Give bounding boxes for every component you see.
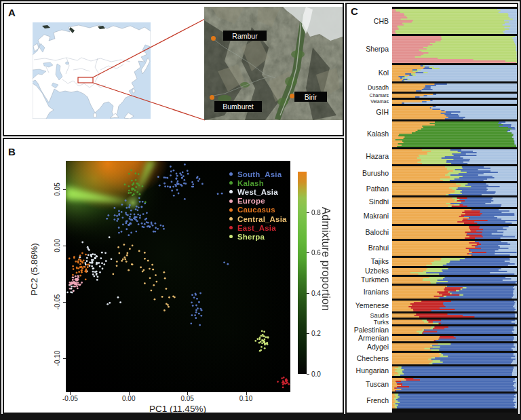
- population-label: Palestinian: [347, 326, 389, 335]
- population-label: Tuscan: [347, 380, 389, 389]
- asia-map: [33, 22, 151, 119]
- panel-b-label: B: [8, 146, 16, 157]
- place-label-rambur: Rambur: [223, 31, 267, 41]
- population-label: Sherpa: [347, 45, 389, 54]
- colorbar-tick-mark: [307, 374, 309, 375]
- pca-legend: South_AsiaKalashWest_AsiaEuropeCaucasusC…: [229, 170, 287, 242]
- panel-a-label: A: [8, 7, 16, 18]
- population-label: Burusho: [347, 169, 389, 178]
- legend-label: South_Asia: [237, 170, 282, 178]
- y-tick-label: -0.05: [54, 294, 61, 310]
- y-tick-label: 0.05: [54, 183, 61, 195]
- colorbar-tick-mark: [307, 333, 309, 334]
- legend-dot: [229, 226, 233, 229]
- population-label: Hazara: [347, 152, 389, 161]
- place-name: Bumburet: [223, 102, 254, 111]
- population-label: Kol: [347, 69, 389, 78]
- population-label: Makrani: [347, 212, 389, 221]
- site-dot-birir: [290, 94, 294, 98]
- colorbar-label: Admixture proportion: [320, 207, 332, 356]
- place-name: Birir: [305, 93, 317, 101]
- colorbar-tick-mark: [307, 252, 309, 253]
- legend-dot: [229, 217, 233, 221]
- site-dot-bumburet: [210, 95, 214, 100]
- site-dot-rambur: [211, 36, 216, 41]
- population-label: GIH: [347, 108, 389, 117]
- legend-label: West_Asia: [237, 188, 278, 196]
- legend-label: Europe: [237, 197, 265, 205]
- population-label: French: [347, 396, 389, 406]
- colorbar-tick-mark: [307, 293, 309, 294]
- legend-label: Sherpa: [237, 233, 265, 241]
- legend-item: Sherpa: [229, 232, 287, 241]
- colorbar-tick-mark: [307, 212, 309, 213]
- legend-item: Caucasus: [229, 206, 287, 214]
- legend-item: East_Asia: [229, 223, 287, 232]
- colorbar-tick-label: 0.0: [311, 370, 321, 378]
- population-label: Velamas: [347, 98, 389, 105]
- y-tick-label: 0.00: [54, 239, 61, 252]
- population-label: Adygei: [347, 343, 389, 352]
- y-tick-mark: [63, 358, 66, 359]
- panel-a-map: A: [3, 3, 344, 136]
- population-label: Brahui: [347, 244, 389, 253]
- legend-dot: [229, 181, 233, 185]
- population-label: Pathan: [347, 185, 389, 194]
- y-tick-mark: [63, 302, 66, 303]
- satellite-inset: Rambur Bumburet Birir: [204, 7, 343, 120]
- legend-item: South_Asia: [229, 170, 287, 178]
- legend-dot: [229, 208, 233, 212]
- population-label: Yemenese: [347, 301, 389, 311]
- legend-label: East_Asia: [237, 224, 276, 232]
- population-label: Iranians: [347, 288, 389, 297]
- legend-label: Caucasus: [237, 206, 275, 214]
- legend-dot: [229, 190, 233, 193]
- map-sri-lanka: [94, 113, 97, 118]
- legend-item: Kalash: [229, 178, 287, 187]
- population-label: Kalash: [347, 130, 389, 139]
- y-axis-label: PC2 (5.86%): [29, 243, 39, 295]
- population-label: Tajiks: [347, 257, 389, 267]
- place-name: Rambur: [232, 32, 257, 40]
- x-axis-label: PC1 (11.45%): [149, 404, 206, 414]
- panel-b-pca: B -0.050.000.050.10 0.050.00-0.05-0.10 P…: [3, 138, 344, 414]
- population-label: Uzbeks: [347, 267, 389, 276]
- place-label-birir: Birir: [294, 92, 327, 102]
- y-tick-mark: [63, 189, 66, 190]
- population-labels: CHBSherpaKolDusadhChamarsVelamasGIHKalas…: [347, 4, 390, 413]
- place-label-bumburet: Bumburet: [214, 101, 262, 112]
- population-label: Sindhi: [347, 197, 389, 207]
- figure-bottom-border: [1, 414, 520, 419]
- legend-item: West_Asia: [229, 187, 287, 196]
- x-tick-label: -0.05: [62, 395, 78, 402]
- population-label: Turkmen: [347, 275, 389, 285]
- panel-c-admixture: C CHBSherpaKolDusadhChamarsVelamasGIHKal…: [345, 3, 518, 414]
- population-label: Hungarian: [347, 366, 389, 376]
- legend-item: Europe: [229, 197, 287, 206]
- x-tick-label: 0.00: [122, 395, 135, 402]
- x-tick-label: 0.05: [180, 395, 193, 402]
- legend-dot: [229, 235, 233, 238]
- x-tick-label: 0.10: [239, 395, 252, 402]
- legend-dot: [229, 199, 233, 203]
- legend-label: Kalash: [237, 179, 264, 187]
- admixture-structure-plot: [392, 7, 517, 413]
- y-tick-mark: [63, 246, 66, 246]
- population-label: Armenian: [347, 334, 389, 343]
- figure-root: A: [0, 0, 521, 420]
- y-tick-label: -0.10: [54, 351, 61, 366]
- population-label: Turks: [347, 318, 389, 326]
- population-label: CHB: [347, 17, 389, 26]
- admixture-colorbar: [298, 172, 307, 374]
- map-taiwan: [132, 89, 135, 93]
- population-label: Dusadh: [347, 83, 389, 92]
- legend-dot: [229, 172, 233, 176]
- population-label: Balochi: [347, 228, 389, 237]
- population-label: Chechens: [347, 354, 389, 364]
- legend-item: Central_Asia: [229, 214, 287, 223]
- legend-label: Central_Asia: [237, 215, 287, 223]
